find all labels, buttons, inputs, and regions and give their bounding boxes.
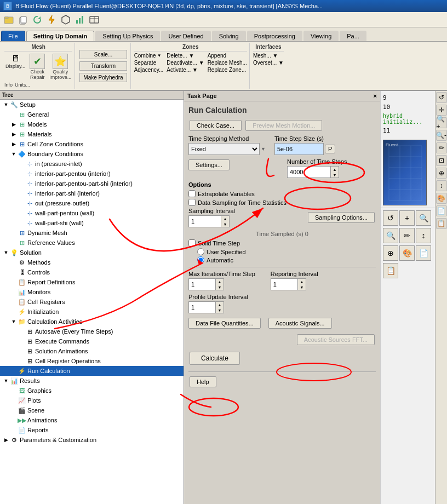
tree-toggle-boundary[interactable]: ▼ bbox=[10, 150, 18, 158]
ribbon-units-btn[interactable]: Units... bbox=[15, 82, 30, 88]
menu-icon-chart[interactable] bbox=[73, 13, 87, 26]
tree-item-results[interactable]: ▼ 📊 Results bbox=[0, 376, 184, 386]
tab-postprocessing[interactable]: Postprocessing bbox=[247, 31, 302, 41]
tab-file[interactable]: File bbox=[1, 31, 25, 41]
tree-item-monitors[interactable]: 📊 Monitors bbox=[0, 287, 184, 297]
tree-item-report-defs[interactable]: 📋 Report Definitions bbox=[0, 277, 184, 287]
vtool-zoom-in[interactable]: 🔍+ bbox=[436, 117, 447, 128]
tree-item-setup[interactable]: ▼ 🔧 Setup bbox=[0, 100, 184, 110]
ribbon-makepolyhedra-btn[interactable]: Make Polyhedra bbox=[79, 73, 127, 82]
reporting-interval-down[interactable]: ▼ bbox=[298, 284, 306, 290]
tree-item-wall-shi[interactable]: ⊹ wall-part-shi (wall) bbox=[0, 218, 184, 228]
tree-item-cell-reg-ops[interactable]: ⊞ Cell Register Operations bbox=[0, 356, 184, 366]
tab-pa[interactable]: Pa... bbox=[340, 31, 366, 41]
tree-item-controls[interactable]: 🎛 Controls bbox=[0, 267, 184, 277]
tree-item-interior-pentou[interactable]: ⊹ interior-part-pentou (interior) bbox=[0, 169, 184, 179]
tab-user-defined[interactable]: User Defined bbox=[161, 31, 210, 41]
acoustic-signals-btn[interactable]: Acoustic Signals... bbox=[268, 318, 332, 329]
console-btn-pencil[interactable]: ✏ bbox=[399, 228, 415, 243]
tree-item-initialization[interactable]: ⚡ Initialization bbox=[0, 307, 184, 317]
tree-item-interior-pentou-shi[interactable]: ⊹ interior-part-pentou-part-shi (interio… bbox=[0, 179, 184, 188]
data-file-btn[interactable]: Data File Quantities... bbox=[188, 318, 261, 329]
sampling-interval-down[interactable]: ▼ bbox=[221, 221, 229, 227]
profile-update-input[interactable] bbox=[188, 301, 216, 313]
preview-mesh-btn[interactable]: Preview Mesh Motion... bbox=[245, 120, 322, 131]
tree-item-params[interactable]: ▶ ⚙ Parameters & Customization bbox=[0, 435, 184, 445]
user-specified-radio[interactable] bbox=[197, 248, 204, 255]
ribbon-quality-btn[interactable]: ⭐ QualityImprove... bbox=[48, 53, 72, 81]
tree-item-models[interactable]: ▶ ⊞ Models bbox=[0, 119, 184, 129]
data-sampling-checkbox[interactable] bbox=[188, 199, 196, 206]
tree-item-run-calc[interactable]: ⚡ Run Calculation bbox=[0, 366, 184, 376]
ribbon-delete-btn[interactable]: Delete... ▼ bbox=[167, 53, 204, 59]
tree-item-cellzone[interactable]: ▶ ⊞ Cell Zone Conditions bbox=[0, 139, 184, 149]
tree-item-pressure-inlet[interactable]: ⊹ in (pressure-inlet) bbox=[0, 159, 184, 169]
tab-setting-up-physics[interactable]: Setting Up Physics bbox=[95, 31, 160, 41]
ribbon-check-btn[interactable]: ✔ CheckRepair bbox=[28, 53, 46, 81]
tree-item-ref-values[interactable]: ⊞ Reference Values bbox=[0, 238, 184, 248]
tree-item-plots[interactable]: 📈 Plots bbox=[0, 396, 184, 405]
task-close-btn[interactable]: × bbox=[374, 93, 377, 99]
ribbon-overset-btn[interactable]: Overset... ▼ bbox=[253, 60, 284, 66]
help-btn[interactable]: Help bbox=[190, 376, 216, 387]
time-step-size-input[interactable] bbox=[274, 143, 324, 155]
ribbon-replacemesh-btn[interactable]: Replace Mesh... bbox=[208, 60, 247, 66]
tree-toggle-materials[interactable]: ▶ bbox=[10, 130, 18, 138]
menu-icon-refresh[interactable] bbox=[31, 13, 44, 26]
max-iter-down[interactable]: ▼ bbox=[216, 284, 224, 290]
tree-item-dynamic-mesh[interactable]: ⊞ Dynamic Mesh bbox=[0, 228, 184, 238]
ribbon-info-btn[interactable]: Info bbox=[4, 82, 13, 88]
ribbon-transform-btn[interactable]: Transform bbox=[79, 61, 127, 71]
ribbon-adjacency-btn[interactable]: Adjacency... bbox=[134, 67, 164, 73]
tree-toggle-models[interactable]: ▶ bbox=[10, 121, 18, 128]
time-stepping-select[interactable]: Fixed Variable bbox=[188, 143, 260, 155]
vtool-note[interactable]: 📋 bbox=[436, 218, 447, 229]
tree-item-solution-anims[interactable]: ⊞ Solution Animations bbox=[0, 346, 184, 356]
vtool-page[interactable]: 📄 bbox=[436, 205, 447, 216]
vtool-zoom-out[interactable]: 🔍- bbox=[436, 130, 447, 141]
vtool-color[interactable]: 🎨 bbox=[436, 193, 447, 204]
menu-icon-copy[interactable] bbox=[16, 13, 30, 26]
tree-item-autosave[interactable]: ⊞ Autosave (Every Time Steps) bbox=[0, 327, 184, 336]
vtool-rotate[interactable]: ↺ bbox=[436, 92, 447, 103]
tree-item-boundary[interactable]: ▼ 🔷 Boundary Conditions bbox=[0, 149, 184, 159]
console-btn-plus[interactable]: + bbox=[399, 210, 415, 226]
vtool-arrow[interactable]: ↕ bbox=[436, 180, 447, 191]
calculate-btn[interactable]: Calculate bbox=[190, 352, 240, 365]
settings-btn[interactable]: Settings... bbox=[188, 159, 230, 170]
max-iter-up[interactable]: ▲ bbox=[216, 279, 224, 284]
acoustic-sources-btn[interactable]: Acoustic Sources FFT... bbox=[297, 334, 375, 345]
ribbon-activate-btn[interactable]: Activate... ▼ bbox=[167, 67, 204, 73]
vtool-box-zoom[interactable]: ⊡ bbox=[436, 155, 447, 166]
tree-item-wall-pentou[interactable]: ⊹ wall-part-pentou (wall) bbox=[0, 208, 184, 218]
tree-item-interior-shi[interactable]: ⊹ interior-part-shi (interior) bbox=[0, 188, 184, 198]
ribbon-scale-btn[interactable]: Scale... bbox=[79, 50, 127, 59]
p-btn[interactable]: P bbox=[325, 145, 335, 153]
ribbon-combine-btn[interactable]: Combine ▼ bbox=[134, 53, 164, 59]
tree-toggle-results[interactable]: ▼ bbox=[2, 377, 10, 385]
tree-item-general[interactable]: ⊞ General bbox=[0, 110, 184, 119]
profile-update-down[interactable]: ▼ bbox=[216, 307, 224, 313]
console-btn-doc[interactable]: 📄 bbox=[416, 245, 431, 261]
num-time-steps-input[interactable] bbox=[287, 166, 331, 178]
ribbon-display-btn[interactable]: 🖥 Display... bbox=[4, 53, 26, 70]
console-btn-zoom-in[interactable]: 🔍 bbox=[416, 210, 431, 226]
solid-time-step-checkbox[interactable] bbox=[188, 239, 196, 247]
tab-solving[interactable]: Solving bbox=[212, 31, 246, 41]
tree-item-animations[interactable]: ▶▶ Animations bbox=[0, 415, 184, 425]
vtool-move[interactable]: ✛ bbox=[436, 105, 447, 116]
tab-setting-up-domain[interactable]: Setting Up Domain bbox=[26, 31, 94, 41]
max-iter-input[interactable] bbox=[188, 278, 216, 290]
tree-toggle-setup[interactable]: ▼ bbox=[2, 101, 10, 108]
tree-toggle-solution[interactable]: ▼ bbox=[2, 249, 10, 256]
vtool-pencil[interactable]: ✏ bbox=[436, 142, 447, 153]
tree-toggle-calc-activities[interactable]: ▼ bbox=[10, 318, 18, 325]
ribbon-deactivate-btn[interactable]: Deactivate... ▼ bbox=[167, 60, 204, 66]
console-btn-move[interactable]: ↕ bbox=[416, 228, 431, 243]
ribbon-mesh-interface-btn[interactable]: Mesh... ▼ bbox=[253, 53, 284, 59]
num-time-steps-up[interactable]: ▲ bbox=[331, 167, 339, 172]
console-btn-rotate[interactable]: ⊕ bbox=[383, 245, 398, 261]
profile-update-up[interactable]: ▲ bbox=[216, 302, 224, 307]
menu-icon-bolt[interactable] bbox=[45, 13, 58, 26]
extrapolate-checkbox[interactable] bbox=[188, 190, 196, 197]
